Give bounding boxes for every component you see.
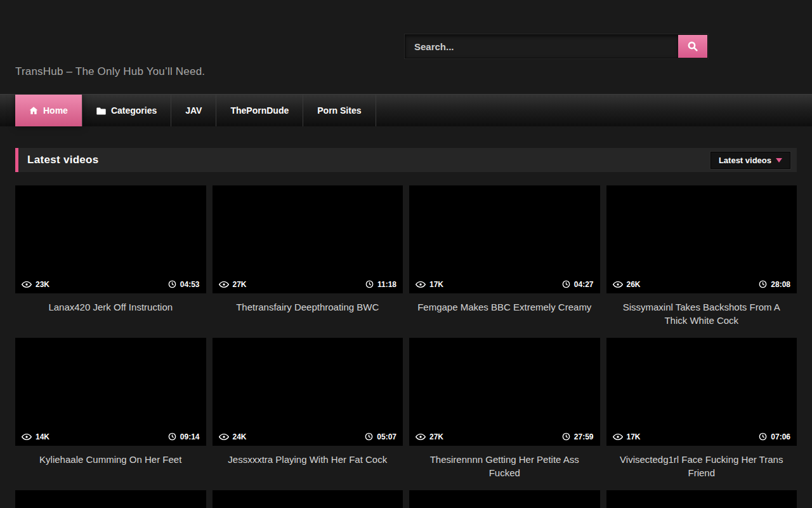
clock-icon xyxy=(562,280,570,288)
nav-tab-label: Categories xyxy=(111,105,157,116)
video-card[interactable] xyxy=(409,490,600,508)
video-card[interactable] xyxy=(213,490,403,508)
video-meta: 23K 04:53 xyxy=(15,275,206,293)
video-meta: 27K 27:59 xyxy=(409,427,600,446)
view-count: 14K xyxy=(36,432,49,441)
eye-icon xyxy=(219,281,229,288)
eye-icon xyxy=(416,433,426,441)
eye-icon xyxy=(613,281,623,288)
magnifier-icon xyxy=(687,41,698,52)
video-title[interactable]: Thesirennnn Getting Her Petite Ass Fucke… xyxy=(409,446,600,490)
nav-tab-jav[interactable]: JAV xyxy=(171,95,216,126)
view-count: 23K xyxy=(36,280,49,289)
video-duration: 27:59 xyxy=(574,432,594,441)
clock-icon xyxy=(365,280,374,288)
search-form xyxy=(405,34,708,58)
nav-tab-label: Porn Sites xyxy=(317,105,361,116)
nav-tab-theporndude[interactable]: ThePornDude xyxy=(216,95,303,126)
video-title[interactable]: Vivisectedg1rl Face Fucking Her Trans Fr… xyxy=(606,446,797,490)
search-input[interactable] xyxy=(405,35,678,58)
video-meta: 26K 28:08 xyxy=(606,275,797,293)
video-meta: 14K 09:14 xyxy=(15,427,206,446)
clock-icon xyxy=(168,280,176,288)
video-title[interactable]: Lanax420 Jerk Off Instruction xyxy=(15,293,206,338)
video-grid: 23K 04:53 Lanax420 Jerk Off Instruction … xyxy=(15,185,797,508)
video-card[interactable]: 27K 11:18 Thetransfairy Deepthroating BW… xyxy=(213,185,403,338)
latest-videos-section-bar: Latest videos Latest videos xyxy=(15,148,797,172)
video-meta: 17K 04:27 xyxy=(409,275,600,293)
video-duration: 09:14 xyxy=(180,432,200,441)
folder-icon xyxy=(96,107,106,115)
page-header: TransHub – The Only Hub You’ll Need. xyxy=(0,0,812,94)
eye-icon xyxy=(613,433,623,441)
video-duration: 11:18 xyxy=(377,280,396,289)
video-duration: 05:07 xyxy=(377,432,396,441)
video-card[interactable]: 17K 04:27 Femgape Makes BBC Extremely Cr… xyxy=(409,185,600,338)
clock-icon xyxy=(168,432,176,441)
video-meta: 17K 07:06 xyxy=(606,427,797,446)
video-thumbnail[interactable]: 27K 11:18 xyxy=(213,185,403,293)
video-thumbnail[interactable]: 23K 04:53 xyxy=(15,185,206,293)
video-thumbnail[interactable] xyxy=(606,490,797,508)
video-title[interactable]: Jessxxxtra Playing With Her Fat Cock xyxy=(213,446,403,490)
video-thumbnail[interactable]: 24K 05:07 xyxy=(213,338,403,446)
nav-tab-home[interactable]: Home xyxy=(15,95,82,126)
video-thumbnail[interactable] xyxy=(213,490,403,508)
video-card[interactable]: 26K 28:08 Sissymaxinl Takes Backshots Fr… xyxy=(606,185,797,338)
video-title[interactable]: Kyliehaale Cumming On Her Feet xyxy=(15,446,206,490)
video-thumbnail[interactable] xyxy=(409,490,600,508)
video-card[interactable]: 14K 09:14 Kyliehaale Cumming On Her Feet xyxy=(15,338,206,490)
view-count: 17K xyxy=(627,432,641,441)
video-thumbnail[interactable]: 14K 09:14 xyxy=(15,338,206,446)
video-thumbnail[interactable]: 27K 27:59 xyxy=(409,338,600,446)
video-thumbnail[interactable]: 26K 28:08 xyxy=(606,185,797,293)
video-thumbnail[interactable]: 17K 07:06 xyxy=(606,338,797,446)
sort-dropdown-button[interactable]: Latest videos xyxy=(710,152,790,169)
video-card[interactable] xyxy=(15,490,206,508)
sort-dropdown-label: Latest videos xyxy=(719,156,771,165)
video-meta: 24K 05:07 xyxy=(213,427,403,446)
video-duration: 07:06 xyxy=(771,432,790,441)
nav-tab-porn-sites[interactable]: Porn Sites xyxy=(303,95,376,126)
section-title: Latest videos xyxy=(27,154,99,166)
video-card[interactable]: 27K 27:59 Thesirennnn Getting Her Petite… xyxy=(409,338,600,490)
video-thumbnail[interactable]: 17K 04:27 xyxy=(409,185,600,293)
main-navbar: Home Categories JAV ThePornDude Porn Sit… xyxy=(0,94,812,126)
video-thumbnail[interactable] xyxy=(15,490,206,508)
view-count: 26K xyxy=(627,280,641,289)
clock-icon xyxy=(759,432,767,441)
site-tagline: TransHub – The Only Hub You’ll Need. xyxy=(15,65,205,78)
video-duration: 04:27 xyxy=(574,280,594,289)
view-count: 17K xyxy=(429,280,443,289)
nav-tab-label: ThePornDude xyxy=(230,105,289,116)
clock-icon xyxy=(759,280,767,288)
clock-icon xyxy=(365,432,373,441)
caret-down-icon xyxy=(776,157,782,163)
view-count: 27K xyxy=(429,432,443,441)
video-duration: 28:08 xyxy=(771,280,790,289)
home-icon xyxy=(29,106,38,115)
video-card[interactable]: 23K 04:53 Lanax420 Jerk Off Instruction xyxy=(15,185,206,338)
video-title[interactable]: Femgape Makes BBC Extremely Creamy xyxy=(409,293,600,338)
eye-icon xyxy=(22,433,32,441)
eye-icon xyxy=(22,281,32,288)
view-count: 27K xyxy=(233,280,247,289)
video-card[interactable] xyxy=(606,490,797,508)
video-card[interactable]: 24K 05:07 Jessxxxtra Playing With Her Fa… xyxy=(213,338,403,490)
nav-tab-categories[interactable]: Categories xyxy=(82,95,171,126)
video-card[interactable]: 17K 07:06 Vivisectedg1rl Face Fucking He… xyxy=(606,338,797,490)
clock-icon xyxy=(562,432,570,441)
eye-icon xyxy=(416,281,426,288)
video-title[interactable]: Thetransfairy Deepthroating BWC xyxy=(213,293,403,338)
video-duration: 04:53 xyxy=(180,280,200,289)
view-count: 24K xyxy=(233,432,247,441)
nav-tab-label: Home xyxy=(43,105,68,116)
eye-icon xyxy=(219,433,229,441)
main-content: Latest videos Latest videos 23K xyxy=(0,148,812,508)
search-button[interactable] xyxy=(678,35,707,58)
video-meta: 27K 11:18 xyxy=(213,275,403,293)
video-title[interactable]: Sissymaxinl Takes Backshots From A Thick… xyxy=(606,293,797,338)
nav-tab-label: JAV xyxy=(185,105,202,116)
